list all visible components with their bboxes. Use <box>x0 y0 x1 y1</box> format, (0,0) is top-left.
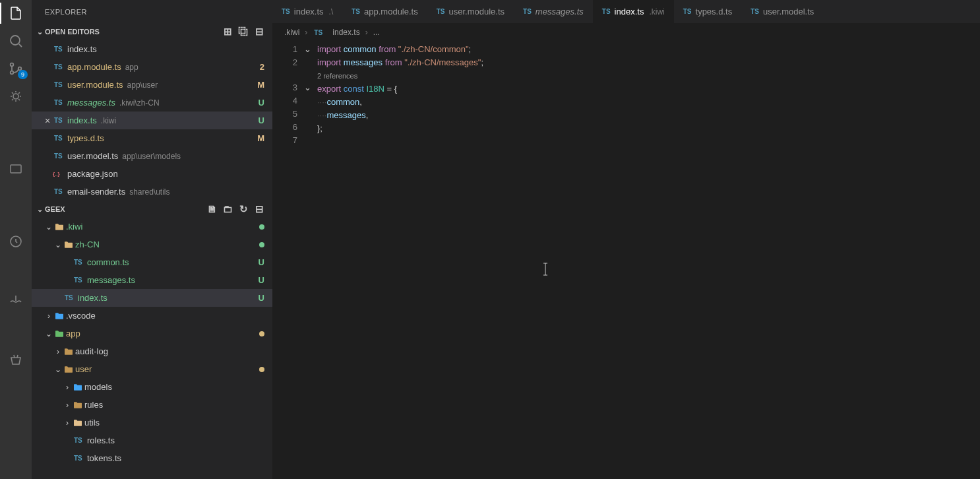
chevron-right-icon[interactable]: › <box>62 400 73 410</box>
search-icon[interactable] <box>8 33 24 49</box>
tree-item[interactable]: ›audit-log <box>32 342 272 360</box>
file-label: models <box>84 382 112 392</box>
open-editor-item[interactable]: TSuser.model.tsapp\user\models <box>32 147 272 165</box>
editor-tab[interactable]: TSuser.model.ts <box>741 0 823 23</box>
file-label: user.model.ts <box>67 151 118 161</box>
new-untitled-icon[interactable]: ⊞ <box>222 26 233 37</box>
activity-bar: 9 <box>0 0 32 479</box>
file-label: tokens.ts <box>87 453 121 463</box>
codelens[interactable]: 2 references <box>317 69 980 82</box>
file-label: app.module.ts <box>67 62 121 72</box>
project-label: GEEX <box>45 205 65 213</box>
new-file-icon[interactable]: 🗎 <box>206 204 217 214</box>
punctuation: , <box>366 110 369 120</box>
open-editor-item[interactable]: ×TSindex.ts.kiwiU <box>32 112 272 129</box>
source-control-icon[interactable]: 9 <box>8 61 24 77</box>
chevron-down-icon[interactable]: ⌄ <box>44 222 54 232</box>
keyword: import <box>317 44 341 54</box>
editor-tab[interactable]: TSapp.module.ts <box>342 0 427 23</box>
file-hint: app\user\models <box>122 152 181 161</box>
tree-item[interactable]: TScommon.tsU <box>32 253 272 271</box>
line-number: 4 <box>272 94 297 108</box>
identifier: messages <box>326 110 365 120</box>
ts-icon: TS <box>282 8 290 15</box>
chevron-down-icon[interactable]: ⌄ <box>53 365 63 374</box>
close-icon[interactable]: × <box>42 115 53 126</box>
keyword: from <box>385 57 402 67</box>
project-header[interactable]: ⌄ GEEX 🗎 🗀 ↻ ⊟ <box>32 201 272 218</box>
file-label: audit-log <box>75 346 108 356</box>
fold-down-icon[interactable]: ⌄ <box>304 43 317 56</box>
breadcrumb-folder[interactable]: .kiwi <box>284 28 299 37</box>
save-all-icon[interactable]: ⿻ <box>238 26 249 37</box>
chevron-down-icon[interactable]: ⌄ <box>44 329 54 338</box>
tree-item[interactable]: ⌄app <box>32 325 272 342</box>
file-label: user.module.ts <box>67 80 123 90</box>
chevron-right-icon[interactable]: › <box>62 383 73 392</box>
open-editor-item[interactable]: TStypes.d.tsM <box>32 129 272 147</box>
line-number: 5 <box>272 108 297 121</box>
editor-tab[interactable]: TSmessages.ts <box>514 0 593 23</box>
extension-icon-2[interactable] <box>8 234 24 249</box>
editor-tab[interactable]: TSindex.ts.kiwi <box>593 0 674 23</box>
tree-item[interactable]: TSmessages.tsU <box>32 271 272 289</box>
tree-item[interactable]: ›.vscode <box>32 307 272 325</box>
chevron-right-icon[interactable]: › <box>62 418 73 428</box>
chevron-right-icon[interactable]: › <box>53 347 63 356</box>
breadcrumb-file[interactable]: index.ts <box>332 28 359 37</box>
tree-item[interactable]: TStokens.ts <box>32 449 272 467</box>
tree-item[interactable]: ›utils <box>32 414 272 431</box>
breadcrumb[interactable]: .kiwi › TS index.ts › ... <box>272 23 980 42</box>
file-hint: .kiwi\zh-CN <box>119 98 160 108</box>
open-editor-item[interactable]: TSapp.module.tsapp2 <box>32 58 272 76</box>
file-label: messages.ts <box>67 98 115 108</box>
file-tree: ⌄.kiwi⌄zh-CNTScommon.tsUTSmessages.tsUTS… <box>32 218 272 467</box>
file-label: app <box>66 329 80 338</box>
tree-item[interactable]: ›rules <box>32 396 272 414</box>
chevron-down-icon[interactable]: ⌄ <box>53 240 63 249</box>
breadcrumb-more[interactable]: ... <box>373 28 380 37</box>
tree-item[interactable]: ⌄zh-CN <box>32 236 272 253</box>
sidebar-title: EXPLORER <box>32 0 272 23</box>
extension-icon-1[interactable] <box>8 161 24 177</box>
file-label: .vscode <box>66 311 96 321</box>
folder-icon <box>73 418 84 428</box>
close-all-icon[interactable]: ⊟ <box>254 26 264 37</box>
open-editor-item[interactable]: TSindex.ts <box>32 40 272 58</box>
open-editor-item[interactable]: {..}package.json <box>32 165 272 183</box>
svg-point-4 <box>13 94 18 99</box>
brace: { <box>394 84 397 94</box>
code-content[interactable]: import common from "./zh-CN/common"; imp… <box>317 43 980 148</box>
extension-icon-4[interactable] <box>8 352 24 368</box>
keyword: from <box>379 44 396 54</box>
git-status: M <box>254 133 264 143</box>
folder-icon <box>54 222 66 232</box>
tree-item[interactable]: ›models <box>32 378 272 396</box>
explorer-icon[interactable] <box>8 5 24 21</box>
refresh-icon[interactable]: ↻ <box>238 204 249 214</box>
folder-icon <box>63 346 75 357</box>
tree-item[interactable]: ⌄.kiwi <box>32 218 272 236</box>
open-editor-item[interactable]: TSuser.module.tsapp\userM <box>32 76 272 94</box>
tree-item[interactable]: TSroles.ts <box>32 431 272 449</box>
ts-icon: TS <box>53 99 67 106</box>
line-number: 1 <box>272 43 297 56</box>
fold-down-icon[interactable]: ⌄ <box>304 81 317 94</box>
editor-tab[interactable]: TSindex.ts.\ <box>272 0 342 23</box>
debug-icon[interactable] <box>8 88 24 104</box>
tree-item[interactable]: TSindex.tsU <box>32 289 272 307</box>
editor-tab[interactable]: TSuser.module.ts <box>427 0 514 23</box>
collapse-icon[interactable]: ⊟ <box>254 204 264 214</box>
open-editor-item[interactable]: TSemail-sender.tsshared\utils <box>32 183 272 201</box>
new-folder-icon[interactable]: 🗀 <box>222 204 233 214</box>
fold-gutter: ⌄ ⌄ <box>304 43 317 148</box>
extension-icon-3[interactable] <box>8 293 24 309</box>
file-label: index.ts <box>78 293 107 303</box>
editor-tab[interactable]: TStypes.d.ts <box>674 0 741 23</box>
line-number: 6 <box>272 121 297 134</box>
code-editor[interactable]: 1 2 3 4 5 6 7 ⌄ ⌄ import common from "./… <box>272 42 980 148</box>
tree-item[interactable]: ⌄user <box>32 360 272 378</box>
open-editors-header[interactable]: ⌄ OPEN EDITORS ⊞ ⿻ ⊟ <box>32 23 272 40</box>
chevron-right-icon[interactable]: › <box>44 311 54 321</box>
open-editor-item[interactable]: TSmessages.ts.kiwi\zh-CNU <box>32 94 272 112</box>
